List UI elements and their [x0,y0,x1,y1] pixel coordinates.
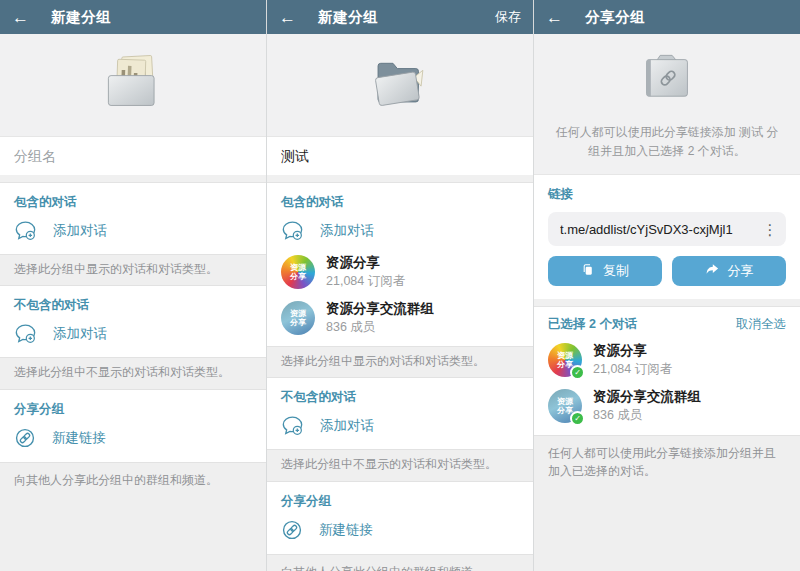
folder-hero [0,34,266,137]
divider [0,175,266,183]
share-folder-section: 分享分组 新建链接 [267,482,533,554]
page-title: 分享分组 [585,8,645,27]
excluded-hint: 选择此分组中不显示的对话和对话类型。 [267,449,533,481]
add-chat-button[interactable]: 添加对话 [14,211,252,249]
folder-name-input[interactable] [14,148,252,164]
selected-count-label: 已选择 2 个对话 [548,316,637,333]
add-chat-button[interactable]: 添加对话 [281,406,519,444]
link-actions: 复制 分享 [548,256,786,286]
save-button[interactable]: 保存 [495,8,521,26]
chat-subtitle: 836 成员 [326,319,434,336]
included-chats-section: 包含的对话 添加对话 [0,183,266,254]
share-hint-text: 向其他人分享此分组中的群组和频道。 [281,565,485,571]
add-chat-button[interactable]: 添加对话 [281,211,519,249]
invite-link-url[interactable]: t.me/addlist/cYjSvDX3-cxjMjl1 [560,222,758,237]
avatar: 资源 分享 [281,301,315,335]
create-link-button[interactable]: 新建链接 [281,510,519,549]
share-button[interactable]: 分享 [672,256,786,286]
appbar: ← 新建分组 保存 [267,0,533,34]
folder-hero: 任何人都可以使用此分享链接添加 测试 分组并且加入已选择 2 个对话。 [534,34,800,175]
folder-documents-icon [96,51,170,120]
section-label: 分享分组 [281,493,519,510]
included-chats-section: 包含的对话 添加对话 资源 分享 资源分享 21,084 订阅者 [267,183,533,346]
create-link-button[interactable]: 新建链接 [14,418,252,457]
chat-list-item[interactable]: 资源 分享 资源分享交流群组 836 成员 [281,295,519,341]
add-chat-button[interactable]: 添加对话 [14,314,252,352]
excluded-chats-section: 不包含的对话 添加对话 [0,286,266,357]
chat-title: 资源分享交流群组 [326,300,434,318]
page-title: 新建分组 [318,8,378,27]
section-label: 不包含的对话 [14,297,252,314]
section-label: 分享分组 [14,401,252,418]
selected-chats-section: 已选择 2 个对话 取消全选 资源 分享 ✓ 资源分享 21,084 订阅者 资… [534,307,800,435]
section-label: 不包含的对话 [281,389,519,406]
page-title: 新建分组 [51,8,111,27]
add-chat-label: 添加对话 [320,417,374,435]
chat-subtitle: 21,084 订阅者 [593,361,672,378]
folder-name-row [0,137,266,175]
appbar: ← 新建分组 [0,0,266,34]
chat-title: 资源分享 [593,342,672,360]
share-hint: 向其他人分享此分组中的群组和频道。 [0,462,266,571]
section-label: 包含的对话 [14,194,252,211]
chat-plus-icon [14,323,37,344]
open-folder-icon [363,51,437,120]
copy-icon [581,263,595,280]
link-label: 链接 [548,186,786,203]
add-chat-label: 添加对话 [53,222,107,240]
share-arrow-icon [705,262,720,280]
link-circle-icon [14,427,36,449]
share-link-hint: 任何人都可以使用此分享链接添加分组并且加入已选择的对话。 [534,435,800,571]
chat-subtitle: 836 成员 [593,407,701,424]
create-link-label: 新建链接 [52,429,106,447]
chat-plus-icon [281,415,304,436]
invite-link-box[interactable]: t.me/addlist/cYjSvDX3-cxjMjl1 ⋮ [548,212,786,246]
avatar: 资源 分享 ✓ [548,389,582,423]
excluded-hint: 选择此分组中不显示的对话和对话类型。 [0,357,266,389]
chat-list-item[interactable]: 资源 分享 ✓ 资源分享交流群组 836 成员 [548,383,786,429]
link-circle-icon [281,519,303,541]
chat-list-item[interactable]: 资源 分享 ✓ 资源分享 21,084 订阅者 [548,337,786,383]
add-chat-label: 添加对话 [53,325,107,343]
add-chat-label: 添加对话 [320,222,374,240]
divider [534,299,800,307]
folder-link-icon [631,46,703,113]
chat-title: 资源分享 [326,254,405,272]
avatar: 资源 分享 ✓ [548,343,582,377]
selected-header: 已选择 2 个对话 取消全选 [548,316,786,337]
create-link-label: 新建链接 [319,521,373,539]
share-hint-text: 向其他人分享此分组中的群组和频道。 [14,473,218,487]
link-section: 链接 t.me/addlist/cYjSvDX3-cxjMjl1 ⋮ 复制 [534,175,800,299]
copy-button[interactable]: 复制 [548,256,662,286]
chat-list-item[interactable]: 资源 分享 资源分享 21,084 订阅者 [281,249,519,295]
back-icon[interactable]: ← [279,9,296,26]
included-hint: 选择此分组中显示的对话和对话类型。 [267,346,533,378]
chat-title: 资源分享交流群组 [593,388,701,406]
excluded-chats-section: 不包含的对话 添加对话 [267,378,533,449]
chat-subtitle: 21,084 订阅者 [326,273,405,290]
chat-plus-icon [14,220,37,241]
folder-hero [267,34,533,137]
screen-new-folder-empty: ← 新建分组 [0,0,266,571]
avatar: 资源 分享 [281,255,315,289]
included-hint: 选择此分组中显示的对话和对话类型。 [0,254,266,286]
copy-label: 复制 [603,262,629,280]
chat-plus-icon [281,220,304,241]
screen-new-folder-filled: ← 新建分组 保存 包含的对话 添加对话 [266,0,533,571]
section-label: 包含的对话 [281,194,519,211]
folder-name-row [267,137,533,175]
share-label: 分享 [728,262,754,280]
check-badge-icon: ✓ [570,365,585,380]
back-icon[interactable]: ← [546,9,563,26]
back-icon[interactable]: ← [12,9,29,26]
kebab-menu-icon[interactable]: ⋮ [758,222,782,237]
deselect-all-button[interactable]: 取消全选 [736,316,786,333]
screen-share-folder: ← 分享分组 任何人都可以使用此分享链接添加 测试 分组并且加入已选择 2 个对… [533,0,800,571]
share-caption: 任何人都可以使用此分享链接添加 测试 分组并且加入已选择 2 个对话。 [534,123,800,160]
check-badge-icon: ✓ [570,411,585,426]
share-link-hint-text: 任何人都可以使用此分享链接添加分组并且加入已选择的对话。 [548,446,776,478]
divider [267,175,533,183]
appbar: ← 分享分组 [534,0,800,34]
folder-name-input[interactable] [281,149,519,165]
share-hint: 向其他人分享此分组中的群组和频道。 [267,554,533,571]
